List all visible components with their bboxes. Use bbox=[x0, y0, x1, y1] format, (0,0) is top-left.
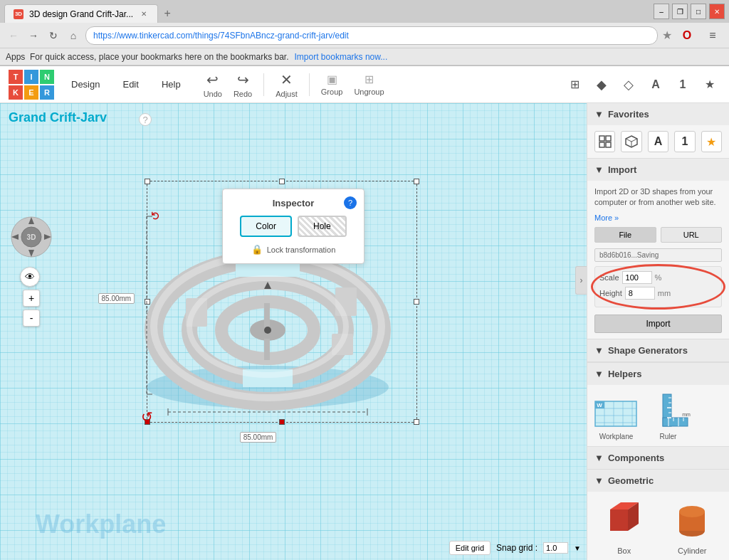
geometric-header[interactable]: ▼ Geometric bbox=[587, 470, 729, 492]
svg-point-64 bbox=[679, 506, 705, 517]
geometric-section: ▼ Geometric bbox=[587, 470, 729, 560]
back-button[interactable]: ← bbox=[6, 28, 21, 43]
handle-top-right[interactable] bbox=[414, 179, 419, 184]
import-section: ▼ Import Import 2D or 3D shapes from you… bbox=[587, 159, 729, 339]
maximize-button[interactable]: □ bbox=[691, 4, 706, 19]
cylinder-svg bbox=[671, 499, 713, 541]
grid-icon-svg bbox=[598, 134, 612, 149]
geometric-label: Geometric bbox=[608, 475, 654, 486]
lock-row: 🔒 Lock transformation bbox=[231, 244, 355, 255]
svg-text:mm: mm bbox=[682, 412, 691, 417]
3d-alt-icon[interactable]: ◇ bbox=[618, 74, 639, 95]
workplane-watermark: Workplane bbox=[36, 509, 166, 539]
favorites-header[interactable]: ▼ Favorites bbox=[587, 103, 729, 125]
menu-edit[interactable]: Edit bbox=[117, 76, 144, 93]
import-header[interactable]: ▼ Import bbox=[587, 159, 729, 181]
number-icon[interactable]: 1 bbox=[672, 74, 693, 95]
favorites-section: ▼ Favorites bbox=[587, 103, 729, 159]
forward-button[interactable]: → bbox=[26, 28, 41, 43]
zoom-out-button[interactable]: - bbox=[23, 310, 40, 327]
helpers-arrow: ▼ bbox=[594, 369, 604, 379]
color-button[interactable]: Color bbox=[240, 216, 292, 237]
favorite-star-icon[interactable]: ★ bbox=[701, 131, 722, 152]
panel-collapse-button[interactable]: › bbox=[575, 266, 587, 295]
group-button[interactable]: ▣ Group bbox=[321, 73, 343, 96]
snap-dropdown-icon[interactable]: ▼ bbox=[574, 544, 581, 552]
opera-icon[interactable]: O bbox=[676, 25, 698, 46]
inspector-title: Inspector bbox=[231, 198, 355, 208]
adjust-label: Adjust bbox=[276, 90, 298, 98]
ruler-helper[interactable]: mm Ruler bbox=[645, 391, 691, 440]
bookmarks-bar: Apps For quick access, place your bookma… bbox=[0, 48, 729, 65]
help-question-mark[interactable]: ? bbox=[139, 113, 152, 126]
import-bookmarks-link[interactable]: Import bookmarks now... bbox=[295, 52, 388, 62]
logo-cell-n: N bbox=[40, 70, 54, 84]
snap-input[interactable] bbox=[543, 542, 568, 554]
address-bar[interactable]: https://www.tinkercad.com/things/74SFbnA… bbox=[85, 26, 658, 45]
close-button[interactable]: ✕ bbox=[709, 4, 725, 19]
scale-label: Scale bbox=[599, 273, 619, 282]
cube-icon-svg bbox=[624, 134, 639, 149]
favorite-cube-icon[interactable] bbox=[621, 131, 641, 152]
box-shape-icon bbox=[601, 497, 647, 544]
reload-button[interactable]: ↻ bbox=[46, 28, 61, 43]
restore-button[interactable]: ❐ bbox=[672, 4, 688, 19]
bookmark-star[interactable]: ★ bbox=[662, 28, 672, 42]
favorite-number-icon[interactable]: 1 bbox=[674, 131, 695, 152]
redo-button[interactable]: ↪ Redo bbox=[234, 71, 252, 98]
home-button[interactable]: ⌂ bbox=[65, 28, 81, 43]
workplane-helper-icon: W bbox=[593, 391, 639, 430]
minimize-button[interactable]: – bbox=[654, 4, 669, 19]
svg-rect-31 bbox=[599, 142, 604, 147]
tab-bar: 3D 3D design Grand Crift-Jar... ✕ + – ❐ … bbox=[0, 0, 729, 23]
perspective-button[interactable]: 👁 bbox=[20, 267, 40, 287]
handle-bottom-right[interactable] bbox=[414, 419, 419, 425]
ungroup-button[interactable]: ⊞ Ungroup bbox=[354, 73, 384, 96]
svg-line-36 bbox=[631, 139, 637, 142]
new-tab-button[interactable]: + bbox=[158, 4, 177, 23]
handle-middle-right[interactable] bbox=[414, 299, 419, 305]
extensions-icon[interactable]: ≡ bbox=[702, 25, 723, 46]
import-content: Import 2D or 3D shapes from your compute… bbox=[587, 181, 729, 339]
box-shape[interactable]: Box bbox=[593, 497, 656, 555]
url-button[interactable]: URL bbox=[661, 227, 723, 243]
edit-grid-button[interactable]: Edit grid bbox=[449, 541, 491, 555]
svg-rect-17 bbox=[264, 303, 270, 330]
menu-help[interactable]: Help bbox=[156, 76, 187, 93]
text-icon[interactable]: A bbox=[645, 74, 666, 95]
undo-label: Undo bbox=[204, 90, 222, 98]
adjust-button[interactable]: ✕ Adjust bbox=[276, 71, 298, 98]
menu-design[interactable]: Design bbox=[65, 76, 105, 93]
file-button[interactable]: File bbox=[594, 227, 656, 243]
height-input[interactable] bbox=[625, 287, 655, 300]
shape-generators-header[interactable]: ▼ Shape Generators bbox=[587, 339, 729, 362]
logo-cell-t: T bbox=[9, 70, 23, 84]
svg-rect-48 bbox=[663, 418, 688, 426]
tab-close-button[interactable]: ✕ bbox=[139, 9, 149, 19]
favorite-text-icon[interactable]: A bbox=[648, 131, 668, 152]
zoom-in-button[interactable]: + bbox=[23, 290, 40, 307]
grid-view-icon[interactable]: ⊞ bbox=[564, 74, 585, 95]
cylinder-shape[interactable]: Cylinder bbox=[661, 497, 724, 555]
import-button[interactable]: Import bbox=[594, 315, 722, 333]
active-tab[interactable]: 3D 3D design Grand Crift-Jar... ✕ bbox=[4, 4, 158, 23]
box-svg bbox=[603, 499, 646, 541]
geometric-arrow: ▼ bbox=[594, 475, 604, 486]
group-icon: ▣ bbox=[327, 73, 337, 86]
star-icon[interactable]: ★ bbox=[699, 74, 720, 95]
project-title: Grand Crift-Jarv bbox=[9, 110, 107, 125]
more-link[interactable]: More » bbox=[594, 213, 619, 222]
viewport-area[interactable]: Grand Crift-Jarv ? 3D 👁 + bbox=[0, 103, 587, 560]
navigation-cube[interactable]: 3D bbox=[10, 216, 53, 258]
toolbar-actions: ↩ Undo ↪ Redo ✕ Adjust ▣ Group ⊞ Ungroup bbox=[204, 71, 384, 98]
scale-input[interactable] bbox=[622, 271, 652, 284]
components-header[interactable]: ▼ Components bbox=[587, 447, 729, 469]
favorite-grid-icon[interactable] bbox=[594, 131, 615, 152]
inspector-help-button[interactable]: ? bbox=[344, 196, 357, 209]
ungroup-label: Ungroup bbox=[354, 88, 384, 96]
hole-button[interactable]: Hole bbox=[298, 216, 347, 237]
workplane-helper[interactable]: W Workplane bbox=[593, 391, 639, 440]
3d-box-icon[interactable]: ◆ bbox=[591, 74, 612, 95]
helpers-header[interactable]: ▼ Helpers bbox=[587, 363, 729, 385]
undo-button[interactable]: ↩ Undo bbox=[204, 71, 222, 98]
